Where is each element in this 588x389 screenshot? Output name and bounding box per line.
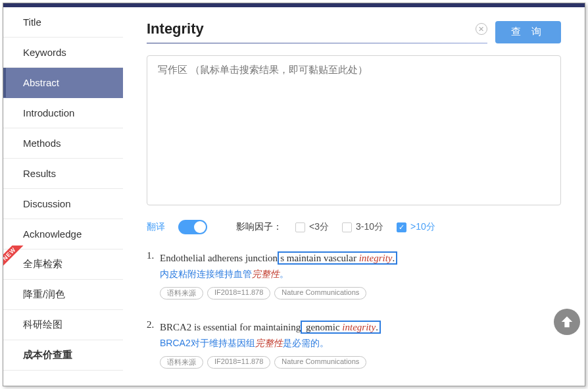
sidebar-item-scidraw[interactable]: 科研绘图 bbox=[3, 310, 123, 340]
result-chinese: 内皮粘附连接维持血管完整性。 bbox=[160, 269, 561, 280]
sidebar-item-keywords[interactable]: Keywords bbox=[3, 38, 123, 68]
source-tag[interactable]: 语料来源 bbox=[160, 356, 203, 369]
sidebar: Title Keywords Abstract Introduction Met… bbox=[3, 7, 123, 386]
if-tag: IF2018=11.878 bbox=[207, 287, 270, 299]
search-box: ✕ bbox=[147, 20, 487, 43]
result-english[interactable]: Endothelial adherens junctions maintain … bbox=[160, 250, 561, 266]
result-english[interactable]: BRCA2 is essential for maintaining genom… bbox=[160, 319, 561, 335]
source-tag[interactable]: 语料来源 bbox=[160, 287, 203, 299]
clear-icon[interactable]: ✕ bbox=[476, 23, 487, 35]
impact-factor-label: 影响因子： bbox=[236, 221, 282, 233]
result-chinese: BRCA2对于维持基因组完整性是必需的。 bbox=[160, 338, 561, 350]
sidebar-item-acknowledge[interactable]: Acknowledge bbox=[3, 219, 123, 249]
sidebar-item-fullsearch[interactable]: NEW全库检索 bbox=[3, 249, 123, 280]
sidebar-item-polish[interactable]: 降重/润色 bbox=[3, 280, 123, 310]
sidebar-item-methods[interactable]: Methods bbox=[3, 128, 123, 159]
scroll-top-button[interactable] bbox=[554, 309, 580, 335]
search-input[interactable] bbox=[147, 20, 476, 38]
query-button[interactable]: 查 询 bbox=[495, 21, 561, 43]
sidebar-item-discussion[interactable]: Discussion bbox=[3, 189, 123, 219]
sidebar-item-costcheck[interactable]: 成本价查重 bbox=[3, 340, 123, 371]
result-row: 1. Endothelial adherens junctions mainta… bbox=[147, 250, 561, 299]
writing-area[interactable] bbox=[147, 55, 561, 205]
filter-row: 翻译 影响因子： <3分 3-10分 ✓>10分 bbox=[147, 220, 561, 234]
if-lt3-checkbox[interactable]: <3分 bbox=[295, 221, 329, 233]
result-number: 1. bbox=[147, 250, 160, 299]
translate-label: 翻译 bbox=[147, 221, 165, 233]
result-row: 2. BRCA2 is essential for maintaining ge… bbox=[147, 319, 561, 369]
if-tag: IF2018=11.878 bbox=[207, 356, 270, 369]
sidebar-item-abstract[interactable]: Abstract bbox=[3, 68, 123, 98]
sidebar-item-introduction[interactable]: Introduction bbox=[3, 98, 123, 128]
translate-toggle[interactable] bbox=[178, 220, 207, 234]
if-gt10-checkbox[interactable]: ✓>10分 bbox=[397, 221, 435, 233]
sidebar-item-title[interactable]: Title bbox=[3, 7, 123, 38]
arrow-up-icon bbox=[560, 315, 574, 329]
sidebar-item-results[interactable]: Results bbox=[3, 159, 123, 189]
journal-tag[interactable]: Nature Communications bbox=[274, 287, 366, 299]
result-number: 2. bbox=[147, 319, 160, 369]
if-3to10-checkbox[interactable]: 3-10分 bbox=[342, 221, 383, 233]
main-panel: ✕ 查 询 翻译 影响因子： <3分 3-10分 ✓>10分 1. Endoth… bbox=[123, 7, 585, 386]
new-badge: NEW bbox=[3, 246, 26, 272]
journal-tag[interactable]: Nature Communications bbox=[274, 356, 366, 369]
